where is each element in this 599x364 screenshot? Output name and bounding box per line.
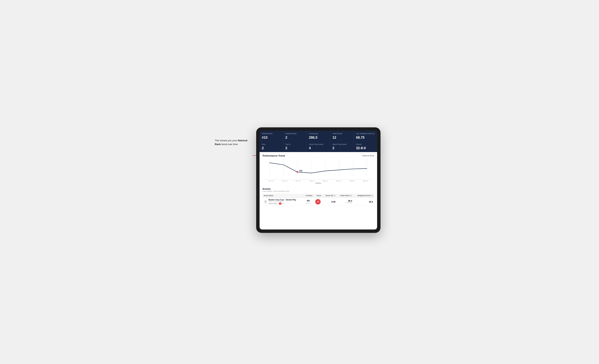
stat-top3s: Top 3s 2	[283, 142, 307, 152]
position-value: 6th out of 7	[304, 200, 312, 204]
stat-wins: Wins 2	[260, 142, 283, 152]
chart-container: #10	[263, 159, 374, 179]
stat-avg-weighted-points: Avg. Weighted Points i 68.75	[354, 131, 377, 142]
annotation-text-after: trend over time	[221, 143, 238, 146]
svg-text:#10: #10	[299, 170, 302, 172]
events-title: Events	[263, 187, 374, 190]
x-label-dec23: DEC 23	[291, 180, 305, 182]
stat-stroke-play-events: Stroke Play Events 4	[307, 142, 330, 152]
chart-x-labels: OCT 23 NOV 23 DEC 23 JAN 24 FEB 24 MAR 2…	[263, 179, 374, 182]
events-section: Events Last updated: 24th November 2023 …	[260, 186, 377, 206]
tablet-screen: National Rank #10 Regional Rank 2 Scorin…	[260, 131, 377, 230]
th-weighted-points: Weighted Points i	[353, 194, 374, 198]
rank-impact-chevron[interactable]	[282, 203, 283, 204]
perf-label: National Rank	[362, 155, 374, 157]
event-name: Buster Cozy Cup – Stroke Play	[269, 199, 296, 201]
events-last-updated: Last updated: 24th November 2023	[263, 190, 374, 192]
total-points-info-icon[interactable]: i	[350, 195, 352, 196]
event-date: Oct 9 – Oct 10, 2023	[269, 201, 296, 203]
annotation: This shows you your National Rank trend …	[215, 139, 252, 146]
annotation-text-before: This shows you your	[215, 139, 238, 142]
event-sg-info-icon[interactable]: i	[334, 195, 335, 196]
x-label-mar24: MAR 24	[332, 180, 345, 182]
events-table-body: 🏌 Buster Cozy Cup – Stroke Play Oct 9 – …	[263, 198, 374, 206]
x-label-apr24: APR 24	[345, 180, 359, 182]
event-name-cell: 🏌 Buster Cozy Cup – Stroke Play Oct 9 – …	[263, 198, 303, 206]
perf-title: Performance Trend	[263, 154, 285, 157]
event-name-col: 🏌 Buster Cozy Cup – Stroke Play Oct 9 – …	[264, 199, 302, 204]
stats-row-2: Wins 2 Top 3s 2 Stroke Play Events 4 Mat…	[260, 142, 377, 152]
event-sg-cell: 0.45	[323, 198, 337, 206]
th-position: Position	[303, 194, 314, 198]
scene: This shows you your National Rank trend …	[215, 127, 384, 237]
chart-x-axis-title: Months	[263, 182, 374, 184]
x-label-oct23: OCT 23	[264, 180, 278, 182]
rank-impact-badge: 3	[279, 203, 281, 204]
events-table-header: Event Name Position Score Event SG i	[263, 194, 374, 198]
content-area: National Rank #10 Regional Rank 2 Scorin…	[260, 131, 377, 230]
stats-row-1: National Rank #10 Regional Rank 2 Scorin…	[260, 131, 377, 142]
th-event-sg: Event SG i	[323, 194, 337, 198]
perf-header: Performance Trend National Rank	[263, 154, 374, 157]
stat-record: Record 32-8-0	[354, 142, 377, 152]
stat-regional-rank: Regional Rank 2	[283, 131, 307, 142]
th-score: Score	[314, 194, 323, 198]
x-label-feb24: FEB 24	[318, 180, 332, 182]
x-label-may24: MAY 24	[359, 180, 372, 182]
total-points-cell: 28.3 3 Rounds	[337, 198, 353, 206]
th-total-points: Total Points i	[337, 194, 353, 198]
svg-point-9	[297, 171, 298, 173]
events-table: Event Name Position Score Event SG i	[263, 194, 374, 206]
event-icon: 🏌	[264, 200, 267, 204]
weighted-points-info-icon[interactable]: i	[371, 195, 373, 196]
performance-trend-section: Performance Trend National Rank	[260, 152, 377, 186]
score-badge: -22	[315, 199, 321, 204]
th-event-name: Event Name	[263, 194, 303, 198]
x-label-nov23: NOV 23	[278, 180, 291, 182]
event-info: Buster Cozy Cup – Stroke Play Oct 9 – Oc…	[269, 199, 296, 204]
stat-scoring-avg: Scoring Avg. 286.5	[307, 131, 330, 142]
score-cell: -22	[314, 198, 323, 206]
stat-national-rank: National Rank #10	[260, 131, 283, 142]
x-label-jan24: JAN 24	[305, 180, 318, 182]
avg-weighted-info-icon[interactable]: i	[373, 133, 374, 134]
stat-total-rounds: Total Rounds 12	[330, 131, 353, 142]
weighted-points-cell: 28.3	[353, 198, 374, 206]
table-row: 🏌 Buster Cozy Cup – Stroke Play Oct 9 – …	[263, 198, 374, 206]
chart-svg: #10	[263, 159, 374, 179]
tablet-device: National Rank #10 Regional Rank 2 Scorin…	[256, 127, 380, 233]
position-cell: 6th out of 7	[303, 198, 314, 206]
rank-impact: Rank Impact: 3	[269, 203, 296, 204]
stat-match-play-events: Match Play Events 2	[330, 142, 353, 152]
